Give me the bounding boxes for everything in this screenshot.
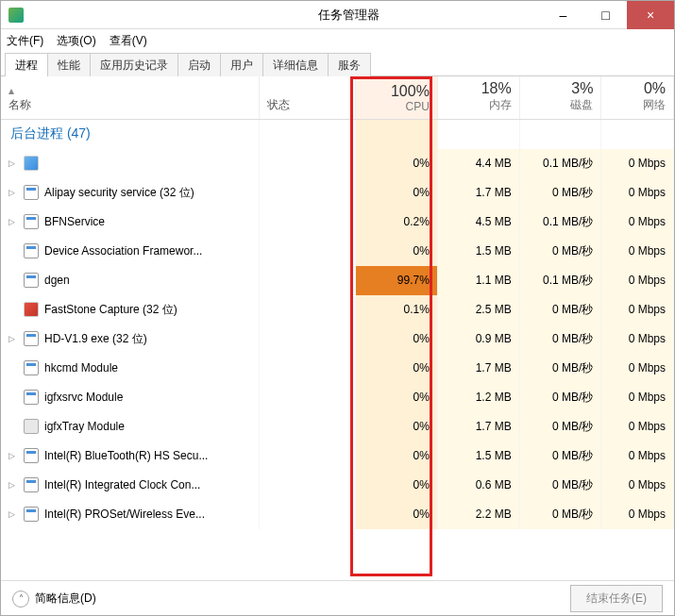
- network-cell: 0 Mbps: [601, 471, 674, 500]
- expand-icon[interactable]: ▷: [8, 188, 18, 197]
- col-header-cpu[interactable]: 100%CPU: [356, 76, 438, 120]
- status-cell: [260, 325, 356, 354]
- col-header-disk[interactable]: 3%磁盘: [519, 76, 601, 120]
- network-cell: 0 Mbps: [601, 412, 674, 441]
- table-row[interactable]: Device Association Framewor...0%1.5 MB0 …: [1, 237, 674, 266]
- process-name: Intel(R) BlueTooth(R) HS Secu...: [44, 449, 208, 462]
- expand-icon[interactable]: ▷: [8, 480, 18, 490]
- tab-details[interactable]: 详细信息: [262, 53, 329, 76]
- status-cell: [260, 266, 356, 295]
- fewer-details-button[interactable]: ˄ 简略信息(D): [12, 591, 96, 608]
- network-cell: 0 Mbps: [601, 354, 674, 383]
- memory-cell: 2.5 MB: [437, 295, 519, 325]
- menu-file[interactable]: 文件(F): [7, 33, 43, 49]
- process-icon: [24, 390, 39, 405]
- memory-cell: 1.5 MB: [437, 237, 519, 266]
- table-row[interactable]: ▷0%4.4 MB0.1 MB/秒0 Mbps: [1, 149, 674, 178]
- group-background-processes[interactable]: 后台进程 (47): [1, 120, 674, 149]
- expand-icon[interactable]: ▷: [8, 158, 18, 168]
- close-button[interactable]: ×: [627, 1, 674, 29]
- table-row[interactable]: ▷Intel(R) PROSet/Wireless Eve...0%2.2 MB…: [1, 500, 674, 529]
- minimize-button[interactable]: –: [542, 1, 584, 29]
- menubar: 文件(F) 选项(O) 查看(V): [1, 29, 674, 52]
- col-header-name[interactable]: ▴名称: [1, 76, 260, 120]
- tab-startup[interactable]: 启动: [177, 53, 221, 76]
- expand-icon[interactable]: ▷: [8, 334, 18, 343]
- content-area: ▴名称 状态 100%CPU 18%内存 3%磁盘 0%网络 后台进程 (47)…: [1, 76, 674, 580]
- disk-cell: 0 MB/秒: [519, 354, 601, 383]
- process-table: ▴名称 状态 100%CPU 18%内存 3%磁盘 0%网络 后台进程 (47)…: [1, 76, 674, 529]
- process-name: HD-V1.9 exe (32 位): [44, 331, 147, 347]
- process-icon: [24, 331, 39, 346]
- table-row[interactable]: FastStone Capture (32 位)0.1%2.5 MB0 MB/秒…: [1, 295, 674, 325]
- table-row[interactable]: igfxsrvc Module0%1.2 MB0 MB/秒0 Mbps: [1, 383, 674, 412]
- process-name: dgen: [44, 274, 70, 287]
- table-row[interactable]: hkcmd Module0%1.7 MB0 MB/秒0 Mbps: [1, 354, 674, 383]
- menu-view[interactable]: 查看(V): [110, 33, 147, 49]
- expand-icon[interactable]: ▷: [8, 451, 18, 460]
- table-row[interactable]: ▷HD-V1.9 exe (32 位)0%0.9 MB0 MB/秒0 Mbps: [1, 325, 674, 354]
- col-header-memory[interactable]: 18%内存: [437, 76, 519, 120]
- tabbar: 进程 性能 应用历史记录 启动 用户 详细信息 服务: [1, 52, 674, 76]
- status-cell: [260, 149, 356, 178]
- process-name: Alipay security service (32 位): [44, 185, 194, 201]
- expand-icon[interactable]: ▷: [8, 217, 18, 226]
- cpu-cell: 0%: [356, 354, 438, 383]
- app-icon: [8, 8, 24, 23]
- process-table-scroll[interactable]: ▴名称 状态 100%CPU 18%内存 3%磁盘 0%网络 后台进程 (47)…: [1, 76, 674, 580]
- process-icon: [24, 214, 39, 229]
- network-cell: 0 Mbps: [601, 295, 674, 325]
- titlebar: 任务管理器 – □ ×: [1, 1, 674, 29]
- process-name: hkcmd Module: [44, 361, 118, 375]
- cpu-cell: 0%: [356, 441, 438, 471]
- window-controls: – □ ×: [542, 1, 674, 29]
- network-cell: 0 Mbps: [601, 237, 674, 266]
- expand-icon[interactable]: ▷: [8, 509, 18, 519]
- disk-cell: 0 MB/秒: [519, 178, 601, 208]
- process-icon: [24, 243, 39, 258]
- process-name: Intel(R) PROSet/Wireless Eve...: [44, 508, 205, 521]
- tab-performance[interactable]: 性能: [47, 53, 91, 76]
- cpu-cell: 0%: [356, 149, 438, 178]
- col-header-network[interactable]: 0%网络: [601, 76, 674, 120]
- network-cell: 0 Mbps: [601, 383, 674, 412]
- cpu-cell: 0.1%: [356, 295, 438, 325]
- status-cell: [260, 441, 356, 471]
- maximize-button[interactable]: □: [584, 1, 627, 29]
- table-row[interactable]: igfxTray Module0%1.7 MB0 MB/秒0 Mbps: [1, 412, 674, 441]
- chevron-up-icon: ˄: [12, 591, 29, 608]
- table-row[interactable]: ▷Alipay security service (32 位)0%1.7 MB0…: [1, 178, 674, 208]
- cpu-cell: 0%: [356, 237, 438, 266]
- tab-users[interactable]: 用户: [220, 53, 263, 76]
- process-name: FastStone Capture (32 位): [44, 302, 177, 318]
- cpu-cell: 99.7%: [356, 266, 438, 295]
- table-row[interactable]: dgen99.7%1.1 MB0.1 MB/秒0 Mbps: [1, 266, 674, 295]
- col-header-status[interactable]: 状态: [260, 76, 356, 120]
- table-row[interactable]: ▷Intel(R) BlueTooth(R) HS Secu...0%1.5 M…: [1, 441, 674, 471]
- cpu-cell: 0.2%: [356, 208, 438, 237]
- process-icon: [24, 477, 39, 492]
- cpu-cell: 0%: [356, 178, 438, 208]
- menu-options[interactable]: 选项(O): [57, 33, 95, 49]
- tab-history[interactable]: 应用历史记录: [90, 53, 178, 76]
- memory-cell: 1.7 MB: [437, 178, 519, 208]
- tab-services[interactable]: 服务: [328, 53, 371, 76]
- table-row[interactable]: ▷BFNService0.2%4.5 MB0.1 MB/秒0 Mbps: [1, 208, 674, 237]
- table-row[interactable]: ▷Intel(R) Integrated Clock Con...0%0.6 M…: [1, 471, 674, 500]
- disk-cell: 0 MB/秒: [519, 237, 601, 266]
- process-name: BFNService: [44, 215, 105, 228]
- process-name: Intel(R) Integrated Clock Con...: [44, 478, 200, 491]
- memory-cell: 0.9 MB: [437, 325, 519, 354]
- tab-processes[interactable]: 进程: [5, 53, 48, 76]
- network-cell: 0 Mbps: [601, 500, 674, 529]
- footer: ˄ 简略信息(D) 结束任务(E): [1, 580, 674, 616]
- cpu-cell: 0%: [356, 471, 438, 500]
- disk-cell: 0.1 MB/秒: [519, 149, 601, 178]
- status-cell: [260, 500, 356, 529]
- process-icon: [24, 273, 39, 288]
- process-icon: [24, 419, 39, 434]
- status-cell: [260, 178, 356, 208]
- memory-cell: 1.2 MB: [437, 383, 519, 412]
- end-task-button[interactable]: 结束任务(E): [570, 585, 663, 612]
- memory-cell: 1.5 MB: [437, 441, 519, 471]
